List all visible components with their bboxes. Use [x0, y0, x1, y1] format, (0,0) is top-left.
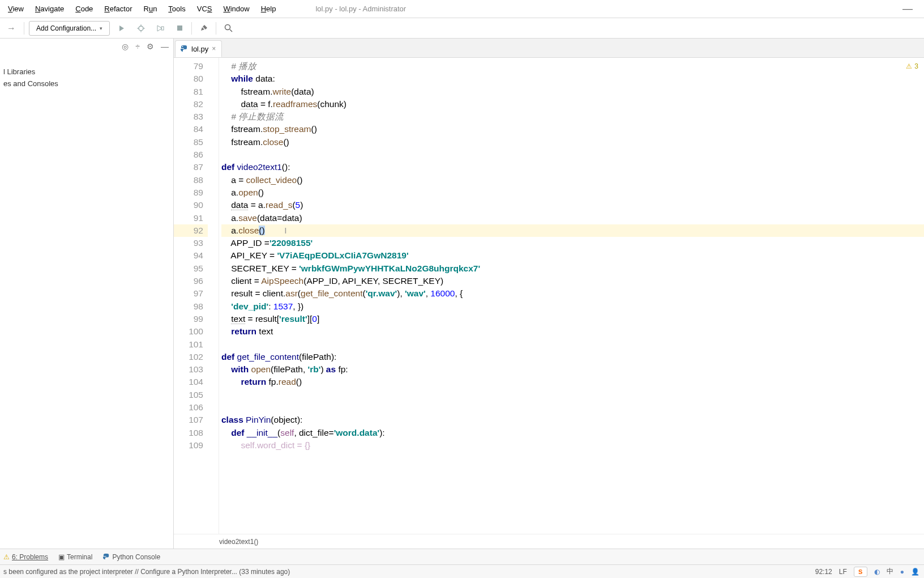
code-line[interactable]: # 播放 — [221, 60, 924, 73]
project-tool-window[interactable]: ◎ ÷ ⚙ — l Libraries es and Consoles — [0, 39, 174, 549]
run-config-dropdown[interactable]: Add Configuration... — [29, 21, 110, 36]
close-tab-icon[interactable]: × — [212, 45, 216, 53]
code-line[interactable]: fstream.close() — [221, 136, 924, 148]
status-icon-4[interactable]: 👤 — [911, 568, 919, 576]
menu-vcs[interactable]: VCS — [191, 5, 218, 13]
code-line[interactable]: a.save(data=data) — [221, 212, 924, 224]
line-number[interactable]: 106 — [174, 401, 208, 414]
run-icon[interactable] — [114, 21, 129, 36]
minimize-icon[interactable]: — — [902, 3, 924, 15]
tree-item-consoles[interactable]: es and Consoles — [3, 78, 173, 90]
line-number[interactable]: 97 — [174, 287, 208, 300]
menu-window[interactable]: Window — [217, 5, 255, 13]
line-number[interactable]: 81 — [174, 86, 208, 98]
line-number[interactable]: 88 — [174, 174, 208, 186]
ime-indicator[interactable]: S — [854, 567, 867, 577]
tool-problems[interactable]: ⚠ 6: Problems — [3, 553, 48, 561]
line-number[interactable]: 100 — [174, 325, 208, 338]
line-number[interactable]: 85 — [174, 136, 208, 148]
line-number[interactable]: 108 — [174, 427, 208, 439]
code-line[interactable]: # 停止数据流 — [221, 110, 924, 123]
code-line[interactable]: return fp.read() — [221, 376, 924, 388]
code-line[interactable]: fstream.stop_stream() — [221, 123, 924, 135]
coverage-icon[interactable] — [153, 21, 168, 36]
code-line[interactable]: def get_file_content(filePath): — [221, 351, 924, 363]
line-number[interactable]: 93 — [174, 237, 208, 249]
code-line[interactable]: data = a.read_s(5) — [221, 199, 924, 211]
line-number[interactable]: 84 — [174, 123, 208, 135]
line-number[interactable]: 80 — [174, 73, 208, 85]
code-line[interactable] — [221, 148, 924, 161]
menu-navigate[interactable]: Navigate — [29, 5, 70, 13]
code-line[interactable]: text = result['result'][0] — [221, 313, 924, 325]
locate-icon[interactable]: ◎ — [122, 42, 129, 51]
code-line[interactable] — [221, 401, 924, 414]
line-number[interactable]: 107 — [174, 414, 208, 426]
code-line[interactable]: def __init__(self, dict_file='word.data'… — [221, 427, 924, 439]
code-editor[interactable]: ⚠ 3 798081828384858687888990919293949596… — [174, 58, 924, 534]
status-icon-3[interactable]: ● — [900, 568, 904, 576]
code-line[interactable]: API_KEY = 'V7iAEqpEODLxCIiA7GwN2819' — [221, 249, 924, 262]
status-icon-1[interactable]: ◐ — [874, 568, 880, 576]
code-line[interactable]: self.word_dict = {} — [221, 439, 924, 452]
menu-refactor[interactable]: Refactor — [99, 5, 138, 13]
menu-code[interactable]: Code — [70, 5, 99, 13]
line-number[interactable]: 86 — [174, 148, 208, 161]
line-number[interactable]: 87 — [174, 161, 208, 173]
line-number[interactable]: 102 — [174, 351, 208, 363]
line-number[interactable]: 103 — [174, 363, 208, 376]
settings-icon[interactable]: ⚙ — [147, 42, 154, 51]
tree-item-libraries[interactable]: l Libraries — [3, 66, 173, 78]
nav-forward-icon[interactable]: → — [3, 20, 19, 36]
line-number[interactable]: 99 — [174, 313, 208, 325]
line-number[interactable]: 82 — [174, 98, 208, 110]
stop-icon[interactable] — [172, 21, 187, 36]
tool-python-console[interactable]: Python Console — [102, 553, 160, 561]
line-number[interactable]: 79 — [174, 60, 208, 73]
code-line[interactable]: with open(filePath, 'rb') as fp: — [221, 363, 924, 376]
code-line[interactable]: data = f.readframes(chunk) — [221, 98, 924, 110]
code-line[interactable]: def video2text1(): — [221, 161, 924, 173]
code-line[interactable] — [221, 338, 924, 351]
menu-run[interactable]: Run — [138, 5, 163, 13]
line-number[interactable]: 101 — [174, 338, 208, 351]
hide-icon[interactable]: — — [161, 42, 169, 51]
line-number[interactable]: 92 — [174, 224, 208, 237]
code-line[interactable]: 'dev_pid': 1537, }) — [221, 300, 924, 313]
debug-icon[interactable] — [134, 21, 148, 36]
build-icon[interactable] — [196, 21, 211, 36]
line-number[interactable]: 98 — [174, 300, 208, 313]
code-line[interactable]: fstream.write(data) — [221, 86, 924, 98]
line-number[interactable]: 109 — [174, 439, 208, 452]
line-number[interactable]: 96 — [174, 275, 208, 287]
line-number[interactable]: 95 — [174, 262, 208, 275]
status-icon-2[interactable]: 中 — [887, 567, 893, 576]
menu-tools[interactable]: Tools — [162, 5, 191, 13]
line-number[interactable]: 83 — [174, 110, 208, 123]
line-number[interactable]: 105 — [174, 389, 208, 401]
tool-terminal[interactable]: ▣ Terminal — [58, 553, 92, 561]
code-line[interactable]: SECRET_KEY = 'wrbkfGWmPywYHHTKaLNo2G8uhg… — [221, 262, 924, 275]
line-ending[interactable]: LF — [839, 568, 847, 576]
collapse-icon[interactable]: ÷ — [135, 42, 140, 51]
code-line[interactable] — [221, 389, 924, 401]
code-line[interactable]: return text — [221, 325, 924, 338]
code-line[interactable]: a.close() I — [221, 224, 924, 237]
tab-lolpy[interactable]: lol.py × — [175, 40, 222, 57]
line-number[interactable]: 91 — [174, 212, 208, 224]
code-line[interactable]: a = collect_video() — [221, 174, 924, 186]
code-line[interactable]: while data: — [221, 73, 924, 85]
line-number[interactable]: 89 — [174, 186, 208, 199]
code-line[interactable]: class PinYin(object): — [221, 414, 924, 426]
code-line[interactable]: APP_ID ='22098155' — [221, 237, 924, 249]
code-line[interactable]: client = AipSpeech(APP_ID, API_KEY, SECR… — [221, 275, 924, 287]
line-number[interactable]: 94 — [174, 249, 208, 262]
breadcrumb[interactable]: video2text1() — [174, 534, 924, 549]
search-icon[interactable] — [221, 21, 236, 36]
menu-view[interactable]: View — [2, 5, 29, 13]
line-number[interactable]: 90 — [174, 199, 208, 211]
cursor-position[interactable]: 92:12 — [815, 568, 832, 576]
code-line[interactable]: a.open() — [221, 186, 924, 199]
line-number[interactable]: 104 — [174, 376, 208, 388]
code-line[interactable]: result = client.asr(get_file_content('qr… — [221, 287, 924, 300]
